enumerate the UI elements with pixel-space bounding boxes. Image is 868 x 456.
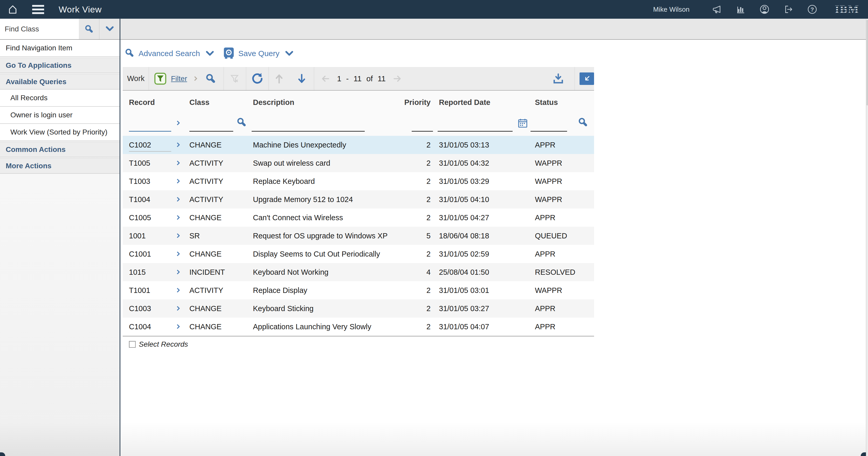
work-tab[interactable]: Work (127, 67, 145, 90)
cell-description: Request for OS upgrade to Windows XP (253, 227, 388, 245)
cell-record[interactable]: T1001 (129, 281, 150, 300)
cell-reported-date: 31/01/05 03:27 (439, 300, 489, 318)
cell-priority: 2 (392, 208, 431, 227)
save-query-label: Save Query (239, 49, 279, 58)
table-row[interactable]: C1002CHANGEMachine Dies Unexpectedly231/… (123, 136, 594, 154)
calendar-icon[interactable] (518, 118, 528, 129)
filter-input-class[interactable] (189, 131, 233, 132)
record-field-underline (129, 151, 171, 152)
save-query-icon (223, 47, 234, 60)
filter-icon[interactable] (154, 67, 166, 90)
find-class-bar: Find Class (0, 19, 868, 40)
column-header-priority[interactable]: Priority (392, 91, 431, 114)
sidebar-item-all-records[interactable]: All Records (0, 90, 120, 107)
cell-record[interactable]: C1005 (129, 208, 151, 227)
table-row[interactable]: T1001ACTIVITYReplace Display231/01/05 03… (123, 281, 594, 300)
profile-icon[interactable] (759, 4, 770, 15)
cell-record[interactable]: 1001 (129, 227, 146, 245)
select-records-checkbox[interactable] (129, 341, 136, 348)
column-header-status[interactable]: Status (535, 91, 558, 114)
cell-class: ACTIVITY (189, 172, 223, 190)
filter-input-status[interactable] (530, 131, 567, 132)
save-query-button[interactable]: Save Query (223, 47, 296, 60)
collapse-table-button[interactable] (580, 73, 594, 85)
cell-record[interactable]: C1004 (129, 318, 151, 336)
cell-priority: 2 (392, 190, 431, 208)
cell-description: Replace Display (253, 281, 307, 300)
announcements-icon[interactable] (711, 4, 722, 15)
cell-status: APPR (535, 208, 555, 227)
select-records-label: Select Records (139, 340, 188, 348)
reports-icon[interactable] (735, 4, 746, 15)
select-records-control: Select Records (129, 340, 188, 348)
cell-reported-date: 31/01/05 03:01 (439, 281, 489, 300)
status-lookup-icon[interactable] (578, 117, 588, 128)
vertical-scrollbar[interactable] (866, 19, 868, 456)
filter-input-priority[interactable] (412, 131, 433, 132)
table-row[interactable]: C1005CHANGECan't Connect via Wireless231… (123, 208, 594, 227)
filter-input-description[interactable] (252, 131, 365, 132)
pagination-label: 1 - 11 of 11 (334, 67, 389, 90)
table-row[interactable]: C1004CHANGEApplications Launching Very S… (123, 318, 594, 336)
find-class-dropdown-button[interactable] (100, 19, 120, 39)
cell-reported-date: 25/08/04 01:50 (439, 263, 489, 281)
cell-record[interactable]: C1001 (129, 245, 151, 263)
sidebar-item-work-view-sorted-by-priority[interactable]: Work View (Sorted by Priority) (0, 124, 120, 141)
table-search-icon[interactable] (206, 67, 216, 90)
chevron-down-icon[interactable] (206, 51, 214, 58)
refresh-icon[interactable] (251, 67, 264, 90)
cell-class: ACTIVITY (189, 190, 223, 208)
hamburger-menu-icon[interactable] (32, 5, 44, 14)
sidebar-item-available-queries[interactable]: Available Queries (0, 74, 120, 90)
cell-priority: 2 (392, 281, 431, 300)
cell-priority: 4 (392, 263, 431, 281)
filter-input-record[interactable] (129, 131, 171, 132)
record-select-chevron-icon[interactable] (176, 121, 179, 126)
help-icon[interactable]: ? (807, 4, 818, 15)
download-icon[interactable] (552, 67, 564, 90)
column-header-record[interactable]: Record (129, 91, 155, 114)
advanced-search-label: Advanced Search (138, 49, 200, 58)
next-page-icon (393, 67, 402, 90)
search-icon (125, 48, 134, 59)
sidebar-item-owner-is-login-user[interactable]: Owner is login user (0, 107, 120, 124)
cell-reported-date: 31/01/05 03:13 (439, 136, 489, 154)
table-body: C1002CHANGEMachine Dies Unexpectedly231/… (123, 136, 594, 336)
find-class-input[interactable]: Find Class (0, 19, 79, 39)
sidebar-item-common-actions[interactable]: Common Actions (0, 142, 120, 158)
sidebar-item-more-actions[interactable]: More Actions (0, 158, 120, 174)
scrollbar-thumb[interactable] (866, 20, 868, 106)
class-lookup-icon[interactable] (237, 117, 247, 128)
column-header-reported-date[interactable]: Reported Date (439, 91, 490, 114)
filter-input-reported-date[interactable] (438, 131, 513, 132)
column-header-description[interactable]: Description (253, 91, 294, 114)
table-row[interactable]: T1004ACTIVITYUpgrade Memory 512 to 10242… (123, 190, 594, 208)
chevron-down-icon[interactable] (285, 51, 293, 58)
cell-status: WAPPR (535, 172, 562, 190)
home-icon[interactable] (7, 4, 18, 15)
table-row[interactable]: T1005ACTIVITYSwap out wireless card231/0… (123, 154, 594, 172)
filter-expand-chevron-icon[interactable] (193, 67, 197, 90)
cell-record[interactable]: T1003 (129, 172, 150, 190)
sidebar-item-find-navigation-item[interactable]: Find Navigation Item (0, 40, 120, 57)
find-class-search-button[interactable] (79, 19, 99, 39)
cell-record[interactable]: T1004 (129, 190, 150, 208)
move-down-icon[interactable] (297, 67, 306, 90)
cell-record[interactable]: C1003 (129, 300, 151, 318)
sidebar-item-go-to-applications[interactable]: Go To Applications (0, 58, 120, 73)
cell-status: RESOLVED (535, 263, 576, 281)
filter-link[interactable]: Filter (171, 67, 187, 90)
table-row[interactable]: 1015INCIDENTKeyboard Not Working425/08/0… (123, 263, 594, 281)
table-row[interactable]: 1001SRRequest for OS upgrade to Windows … (123, 227, 594, 245)
advanced-search-button[interactable]: Advanced Search (125, 48, 217, 59)
table-row[interactable]: C1001CHANGEDisplay Seems to Cut Out Peri… (123, 245, 594, 263)
cell-record[interactable]: 1015 (129, 263, 146, 281)
logout-icon[interactable] (783, 4, 794, 15)
table-row[interactable]: T1003ACTIVITYReplace Keyboard231/01/05 0… (123, 172, 594, 190)
user-name[interactable]: Mike Wilson (653, 5, 689, 13)
table-row[interactable]: C1003CHANGEKeyboard Sticking231/01/05 03… (123, 300, 594, 318)
cell-class: CHANGE (189, 136, 221, 154)
cell-class: SR (189, 227, 200, 245)
column-header-class[interactable]: Class (189, 91, 209, 114)
cell-record[interactable]: T1005 (129, 154, 150, 172)
